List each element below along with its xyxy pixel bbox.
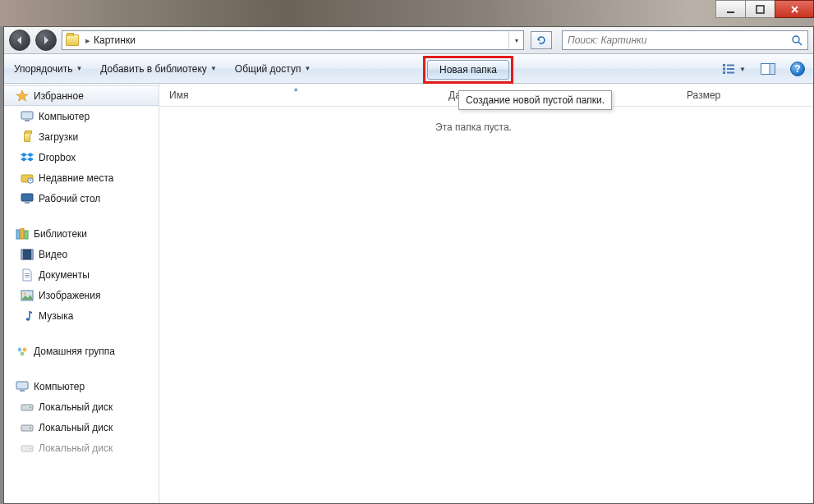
forward-button[interactable] xyxy=(35,30,57,51)
computer-label: Компьютер xyxy=(34,381,85,392)
svg-rect-22 xyxy=(21,250,23,259)
chevron-down-icon: ▼ xyxy=(304,65,310,72)
search-input[interactable]: Поиск: Картинки xyxy=(562,30,808,50)
svg-rect-13 xyxy=(25,120,30,121)
chevron-down-icon: ▼ xyxy=(76,65,82,72)
svg-rect-8 xyxy=(727,68,734,70)
view-options-button[interactable]: ▼ xyxy=(723,63,746,75)
svg-rect-16 xyxy=(21,194,33,201)
folder-icon xyxy=(66,34,79,46)
favorites-item-recent[interactable]: Недавние места xyxy=(4,167,159,188)
svg-point-28 xyxy=(24,292,26,295)
star-icon xyxy=(16,89,29,103)
svg-point-2 xyxy=(793,36,799,43)
svg-rect-7 xyxy=(727,65,734,66)
svg-point-31 xyxy=(23,347,27,351)
new-folder-highlight: Новая папка xyxy=(423,56,513,84)
svg-rect-0 xyxy=(727,11,734,13)
libraries-icon xyxy=(16,227,29,241)
favorites-label: Избранное xyxy=(34,90,84,102)
preview-pane-icon xyxy=(761,63,775,75)
search-icon xyxy=(791,34,803,46)
svg-rect-12 xyxy=(21,112,33,119)
column-name[interactable]: Имя xyxy=(159,84,439,106)
favorites-item-computer[interactable]: Компьютер xyxy=(4,106,159,126)
preview-pane-button[interactable] xyxy=(761,63,775,75)
close-button[interactable] xyxy=(775,0,814,18)
explorer-window: ▸ Картинки ▾ Поиск: Картинки Упорядочить… xyxy=(3,26,814,504)
computer-item-disk-1[interactable]: Локальный диск xyxy=(4,417,159,438)
help-button[interactable]: ? xyxy=(790,62,805,76)
content-pane: Имя Дат Тип Размер Создание новой пустой… xyxy=(159,84,813,503)
computer-icon xyxy=(21,110,34,123)
svg-rect-26 xyxy=(25,277,30,277)
share-menu[interactable]: Общий доступ▼ xyxy=(235,63,311,75)
disk-icon xyxy=(21,421,34,434)
svg-rect-1 xyxy=(757,6,764,13)
svg-rect-4 xyxy=(723,64,725,66)
add-library-label: Добавить в библиотеку xyxy=(100,63,207,75)
library-item-pictures[interactable]: Изображения xyxy=(4,285,159,305)
refresh-button[interactable] xyxy=(531,31,552,49)
window-controls xyxy=(716,0,814,18)
new-folder-label: Новая папка xyxy=(439,64,497,76)
search-placeholder: Поиск: Картинки xyxy=(568,34,646,46)
library-item-music[interactable]: Музыка xyxy=(4,305,159,326)
computer-item-disk-2[interactable]: Локальный диск xyxy=(4,438,159,458)
library-item-video[interactable]: Видео xyxy=(4,244,159,264)
recent-icon xyxy=(21,172,34,185)
favorites-item-downloads[interactable]: Загрузки xyxy=(4,126,159,147)
computer-header[interactable]: Компьютер xyxy=(4,376,159,396)
svg-point-29 xyxy=(26,318,30,321)
share-label: Общий доступ xyxy=(235,63,301,75)
svg-rect-11 xyxy=(770,64,775,75)
svg-rect-19 xyxy=(21,228,24,239)
video-icon xyxy=(21,248,34,261)
address-row: ▸ Картинки ▾ Поиск: Картинки xyxy=(4,27,813,54)
computer-item-disk-0[interactable]: Локальный диск xyxy=(4,396,159,417)
folder-icon xyxy=(21,131,34,144)
chevron-down-icon: ▼ xyxy=(739,66,746,73)
breadcrumb-separator-icon: ▸ xyxy=(82,35,94,46)
svg-rect-24 xyxy=(25,273,30,274)
svg-rect-18 xyxy=(16,230,20,239)
address-bar[interactable]: ▸ Картинки ▾ xyxy=(62,30,524,50)
disk-icon xyxy=(21,401,34,414)
homegroup-header[interactable]: Домашняя группа xyxy=(4,341,159,361)
dropbox-icon xyxy=(21,151,34,164)
svg-rect-6 xyxy=(723,71,725,74)
back-button[interactable] xyxy=(9,30,30,51)
homegroup-label: Домашняя группа xyxy=(34,346,115,357)
favorites-item-dropbox[interactable]: Dropbox xyxy=(4,147,159,167)
svg-rect-5 xyxy=(723,68,725,71)
command-bar: Упорядочить▼ Добавить в библиотеку▼ Общи… xyxy=(4,54,813,84)
view-tiles-icon xyxy=(723,63,736,75)
libraries-header[interactable]: Библиотеки xyxy=(4,223,159,244)
svg-point-36 xyxy=(30,406,31,408)
organize-menu[interactable]: Упорядочить▼ xyxy=(14,63,82,75)
svg-line-3 xyxy=(798,42,802,45)
favorites-header[interactable]: Избранное xyxy=(4,85,159,106)
desktop-icon xyxy=(21,192,34,205)
new-folder-tooltip: Создание новой пустой папки. xyxy=(458,90,612,110)
svg-point-38 xyxy=(30,427,31,428)
homegroup-icon xyxy=(16,345,29,358)
address-dropdown-button[interactable]: ▾ xyxy=(508,31,523,49)
new-folder-button[interactable]: Новая папка xyxy=(427,60,509,80)
svg-point-32 xyxy=(21,351,25,355)
maximize-button[interactable] xyxy=(745,0,775,18)
empty-folder-message: Эта папка пуста. xyxy=(435,121,512,133)
chevron-down-icon: ▼ xyxy=(210,65,217,72)
disk-icon xyxy=(21,442,34,455)
svg-point-30 xyxy=(18,347,22,351)
favorites-item-desktop[interactable]: Рабочий стол xyxy=(4,188,159,208)
organize-label: Упорядочить xyxy=(14,63,72,75)
add-to-library-menu[interactable]: Добавить в библиотеку▼ xyxy=(100,63,216,75)
svg-rect-23 xyxy=(31,250,33,259)
minimize-button[interactable] xyxy=(715,0,746,18)
breadcrumb-segment[interactable]: Картинки xyxy=(94,34,136,46)
column-size[interactable]: Размер xyxy=(677,84,731,106)
library-item-documents[interactable]: Документы xyxy=(4,264,159,285)
libraries-label: Библиотеки xyxy=(34,228,87,240)
computer-icon xyxy=(16,380,29,393)
